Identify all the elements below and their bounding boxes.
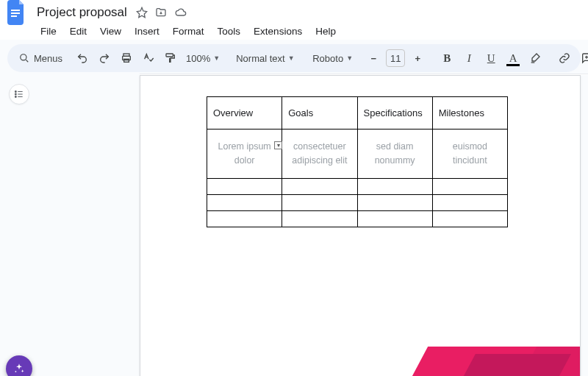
- redo-icon: [98, 52, 110, 64]
- chevron-down-icon: ▼: [288, 54, 295, 62]
- svg-rect-6: [124, 59, 129, 62]
- add-comment-button[interactable]: [577, 48, 588, 68]
- underline-button[interactable]: U: [481, 48, 501, 68]
- chevron-down-icon: ▼: [213, 54, 220, 62]
- document-canvas: Overview Goals Specifications Milestones…: [0, 75, 588, 376]
- outline-toggle-button[interactable]: [9, 84, 29, 104]
- table-cell-handle[interactable]: ▾: [274, 141, 282, 149]
- table-cell[interactable]: [357, 178, 432, 194]
- document-page[interactable]: Overview Goals Specifications Milestones…: [140, 75, 581, 376]
- print-button[interactable]: [117, 48, 136, 68]
- font-size-value: 11: [387, 53, 404, 64]
- menu-tools[interactable]: Tools: [212, 24, 246, 39]
- paragraph-style-value: Normal text: [236, 53, 284, 64]
- chevron-down-icon: ▼: [346, 54, 353, 62]
- highlighter-icon: [529, 52, 541, 64]
- svg-point-13: [15, 91, 16, 93]
- svg-point-15: [15, 96, 16, 98]
- table-cell[interactable]: consectetuer adipiscing elit: [282, 130, 357, 179]
- search-icon: [19, 53, 29, 63]
- title-action-icons: [136, 7, 187, 18]
- menu-view[interactable]: View: [95, 24, 126, 39]
- table-cell[interactable]: [282, 178, 357, 194]
- svg-point-14: [15, 93, 16, 95]
- svg-rect-7: [166, 54, 173, 57]
- table-cell[interactable]: [432, 210, 507, 227]
- font-family-value: Roboto: [312, 53, 343, 64]
- outline-icon: [14, 89, 24, 99]
- table-cell[interactable]: [207, 178, 282, 194]
- comment-add-icon: [581, 52, 588, 64]
- table-header-cell[interactable]: Milestones: [432, 97, 507, 130]
- table-cell[interactable]: sed diam nonummy: [357, 130, 432, 179]
- menu-insert[interactable]: Insert: [129, 24, 165, 39]
- spellcheck-icon: [143, 52, 154, 64]
- document-title[interactable]: Project proposal: [34, 5, 130, 20]
- app-header: Project proposal File Edit View Insert F…: [0, 0, 588, 40]
- font-family-select[interactable]: Roboto▼: [309, 49, 354, 67]
- svg-rect-2: [11, 15, 17, 17]
- table-header-row: Overview Goals Specifications Milestones: [207, 97, 508, 130]
- paragraph-style-select[interactable]: Normal text▼: [233, 49, 299, 67]
- search-menus-chip[interactable]: Menus: [13, 48, 70, 68]
- document-table[interactable]: Overview Goals Specifications Milestones…: [207, 96, 508, 227]
- page-footer-graphic: [140, 347, 580, 376]
- svg-point-3: [21, 54, 26, 60]
- menu-extensions[interactable]: Extensions: [248, 24, 307, 39]
- table-header-cell[interactable]: Overview: [207, 97, 282, 130]
- table-cell[interactable]: [207, 210, 282, 227]
- menu-help[interactable]: Help: [310, 24, 341, 39]
- toolbar: Menus 100%▼ Normal text▼ Roboto▼ − 11 + …: [7, 44, 581, 72]
- table-cell[interactable]: [282, 194, 357, 210]
- table-cell[interactable]: [357, 194, 432, 210]
- table-row: Lorem ipsum dolor consectetuer adipiscin…: [207, 130, 508, 179]
- text-color-button[interactable]: A: [503, 48, 523, 68]
- font-size-input[interactable]: 11: [386, 49, 405, 67]
- star-icon[interactable]: [136, 7, 148, 18]
- table-cell[interactable]: euismod tincidunt: [432, 130, 507, 179]
- zoom-select[interactable]: 100%▼: [183, 49, 223, 67]
- table-row: [207, 210, 508, 227]
- insert-link-button[interactable]: [555, 48, 574, 68]
- table-cell[interactable]: Lorem ipsum dolor: [207, 130, 282, 179]
- table-cell[interactable]: [432, 178, 507, 194]
- table-cell[interactable]: [357, 210, 432, 227]
- undo-button[interactable]: [73, 48, 92, 68]
- print-icon: [121, 52, 132, 64]
- svg-rect-1: [11, 13, 20, 14]
- paint-roller-icon: [165, 52, 176, 64]
- docs-logo-icon[interactable]: [7, 0, 26, 25]
- menu-bar: File Edit View Insert Format Tools Exten…: [35, 22, 581, 40]
- spellcheck-button[interactable]: [139, 48, 158, 68]
- search-menus-label: Menus: [34, 53, 62, 64]
- title-row: Project proposal: [7, 3, 581, 22]
- table-row: [207, 178, 508, 194]
- italic-button[interactable]: I: [459, 48, 478, 68]
- font-size-decrease-button[interactable]: −: [364, 48, 383, 68]
- zoom-value: 100%: [186, 53, 210, 64]
- menu-file[interactable]: File: [35, 24, 62, 39]
- cloud-status-icon[interactable]: [174, 7, 187, 18]
- link-icon: [559, 52, 570, 64]
- font-size-increase-button[interactable]: +: [408, 48, 427, 68]
- menu-format[interactable]: Format: [168, 24, 209, 39]
- highlight-color-button[interactable]: [526, 48, 545, 68]
- table-header-cell[interactable]: Goals: [282, 97, 357, 130]
- table-cell[interactable]: [432, 194, 507, 210]
- redo-button[interactable]: [95, 48, 114, 68]
- move-icon[interactable]: [155, 7, 167, 18]
- svg-rect-0: [11, 10, 20, 11]
- menu-edit[interactable]: Edit: [65, 24, 92, 39]
- bold-button[interactable]: B: [437, 48, 456, 68]
- undo-icon: [76, 52, 88, 64]
- explore-fab-button[interactable]: [6, 355, 32, 376]
- table-cell[interactable]: [282, 210, 357, 227]
- paint-format-button[interactable]: [161, 48, 180, 68]
- sparkle-icon: [13, 363, 25, 375]
- table-row: [207, 194, 508, 210]
- table-cell[interactable]: [207, 194, 282, 210]
- table-header-cell[interactable]: Specifications: [357, 97, 432, 130]
